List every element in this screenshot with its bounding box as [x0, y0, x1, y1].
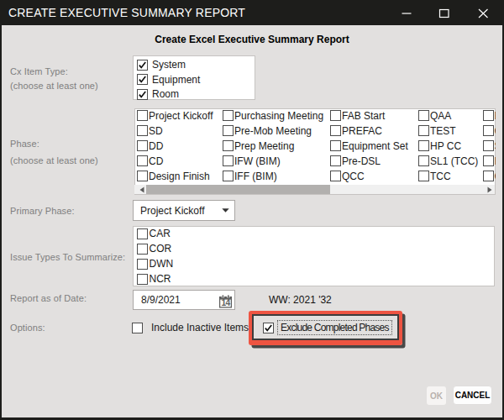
- svg-text:14: 14: [221, 298, 230, 307]
